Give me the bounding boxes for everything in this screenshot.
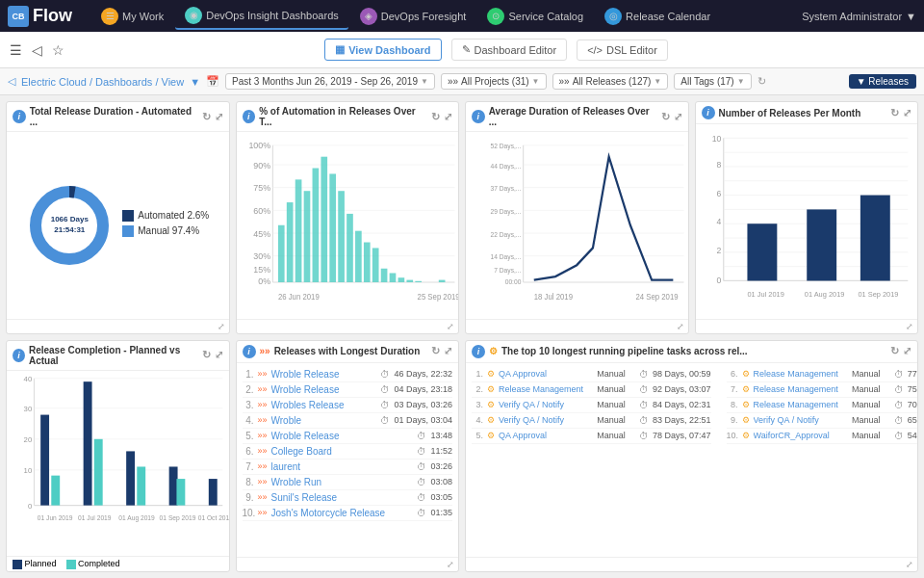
svg-rect-25: [321, 157, 327, 282]
svg-text:15%: 15%: [253, 265, 270, 275]
dashboard-view-icon: ▦: [335, 43, 345, 56]
list-item: 9. »» Sunil's Release ⏱ 03:05: [243, 490, 453, 506]
widget-7-expand[interactable]: ⤢: [903, 345, 911, 357]
widget-1-title: Total Release Duration - Automated ...: [30, 106, 198, 127]
releases-filter[interactable]: »» All Releases (127) ▼: [552, 73, 669, 90]
widget-3-refresh[interactable]: ↻: [661, 111, 670, 123]
svg-rect-36: [415, 281, 422, 282]
svg-text:7 Days,...: 7 Days,...: [494, 267, 521, 275]
widget-release-completion: i Release Completion - Planned vs Actual…: [6, 340, 230, 573]
widget-5-title: Release Completion - Planned vs Actual: [29, 345, 198, 366]
info-icon-w3: i: [472, 110, 485, 123]
nav-back-arrow[interactable]: ◁: [8, 75, 15, 88]
info-icon-w4: i: [702, 106, 715, 119]
filter-bar: ◁ Electric Cloud / Dashboards / View ▼ 📅…: [0, 68, 924, 95]
svg-text:01 Jul 2019: 01 Jul 2019: [747, 290, 783, 299]
hamburger-icon[interactable]: ☰: [8, 40, 24, 60]
releases-per-month-chart: 10 8 6 4 2 0 01 Jul 2019 01 Aug 2019 01 …: [700, 126, 914, 317]
svg-rect-29: [355, 231, 362, 282]
widget-6-refresh[interactable]: ↻: [431, 345, 440, 357]
svg-text:18 Jul 2019: 18 Jul 2019: [534, 293, 574, 302]
svg-text:14 Days,...: 14 Days,...: [491, 253, 522, 261]
pipeline-list-right: 6. ⚙ Release Management Manual ⏱ 77 Days…: [727, 367, 917, 444]
nav-logo[interactable]: CB Flow: [8, 6, 72, 27]
widget-automation-pct: i % of Automation in Releases Over T... …: [236, 101, 460, 334]
list-item: 8. »» Wroble Run ⏱ 03:08: [243, 475, 453, 490]
list-item: 1. ⚙ QA Approval Manual ⏱ 98 Days, 00:59: [472, 367, 711, 382]
svg-text:00:00: 00:00: [505, 278, 522, 285]
svg-text:4: 4: [716, 217, 721, 226]
nav-my-work[interactable]: ☰ My Work: [91, 4, 173, 29]
widget-3-body: 52 Days,... 44 Days,... 37 Days,... 29 D…: [466, 132, 688, 319]
nav-service-catalog[interactable]: ⊙ Service Catalog: [477, 4, 593, 29]
svg-rect-101: [176, 479, 185, 506]
user-dropdown-icon: ▼: [906, 11, 916, 22]
list-item: 2. ⚙ Release Management Manual ⏱ 92 Days…: [472, 382, 711, 398]
widget-7-refresh[interactable]: ↻: [890, 345, 899, 357]
widget-6-footer-icon: ⤢: [447, 560, 454, 569]
svg-text:100%: 100%: [248, 141, 270, 150]
widget-3-expand[interactable]: ⤢: [674, 111, 682, 123]
svg-text:01 Jul 2019: 01 Jul 2019: [78, 513, 112, 520]
svg-rect-77: [807, 209, 836, 280]
widget-5-expand[interactable]: ⤢: [215, 349, 223, 361]
svg-rect-3: [122, 225, 134, 237]
completed-legend: Completed: [66, 559, 120, 569]
widget-1-refresh[interactable]: ↻: [202, 111, 211, 123]
widget-1-expand[interactable]: ⤢: [215, 111, 223, 123]
list-item: 5. ⚙ QA Approval Manual ⏱ 78 Days, 07:47: [472, 429, 711, 444]
svg-rect-97: [209, 479, 218, 506]
service-catalog-icon: ⊙: [487, 8, 504, 25]
gear-icon: ⚙: [487, 415, 495, 425]
star-icon[interactable]: ☆: [50, 40, 66, 60]
widget-4-refresh[interactable]: ↻: [890, 107, 899, 119]
devops-foresight-icon: ◈: [360, 8, 377, 25]
breadcrumb[interactable]: Electric Cloud / Dashboards / View: [21, 76, 184, 88]
svg-rect-37: [438, 280, 445, 282]
widget-2-header: i % of Automation in Releases Over T... …: [237, 102, 459, 132]
dashboard-editor-button[interactable]: ✎ Dashboard Editor: [451, 39, 568, 61]
nav-devops-insight[interactable]: ◉ DevOps Insight Dashboards: [175, 3, 348, 30]
user-menu[interactable]: System Administrator ▼: [802, 11, 916, 22]
back-icon[interactable]: ◁: [30, 40, 44, 60]
donut-center-label: 1066 Days 21:54:31: [51, 214, 89, 236]
tags-filter[interactable]: All Tags (17) ▼: [674, 73, 751, 90]
svg-rect-26: [329, 173, 336, 282]
gear-icon: ⚙: [487, 384, 495, 394]
list-item: 10. »» Josh's Motorcycle Release ⏱ 01:35: [243, 506, 453, 521]
widget-5-refresh[interactable]: ↻: [202, 349, 211, 361]
svg-text:30%: 30%: [253, 251, 270, 261]
pipeline-grid: 1. ⚙ QA Approval Manual ⏱ 98 Days, 00:59…: [472, 367, 911, 444]
refresh-icon[interactable]: ↻: [757, 75, 766, 88]
svg-rect-30: [363, 243, 370, 282]
nav-devops-foresight[interactable]: ◈ DevOps Foresight: [350, 4, 476, 29]
list-item: 1. »» Wroble Release ⏱ 46 Days, 22:32: [243, 367, 453, 382]
widget-3-title: Average Duration of Releases Over ...: [489, 106, 657, 127]
widget-4-footer-icon: ⤢: [906, 322, 913, 331]
releases-tag[interactable]: ▼ Releases: [849, 74, 916, 89]
gear-icon: ⚙: [487, 431, 495, 440]
widget-2-refresh[interactable]: ↻: [431, 111, 440, 123]
date-range-filter[interactable]: Past 3 Months Jun 26, 2019 - Sep 26, 201…: [225, 73, 435, 90]
svg-rect-98: [51, 475, 60, 505]
breadcrumb-expand-arrow[interactable]: ▼: [190, 76, 200, 88]
svg-text:01 Oct 2019: 01 Oct 2019: [198, 513, 229, 520]
svg-rect-107: [13, 560, 22, 569]
date-filter-arrow: ▼: [421, 77, 428, 86]
svg-rect-35: [406, 280, 413, 282]
dsl-editor-button[interactable]: </> DSL Editor: [577, 39, 668, 61]
release-completion-chart: 40 30 20 10 0 01 Jun 2019 01 Jul 2019: [11, 373, 225, 528]
widget-2-expand[interactable]: ⤢: [444, 111, 452, 123]
widget-6-expand[interactable]: ⤢: [444, 345, 452, 357]
dsl-editor-icon: </>: [587, 44, 603, 56]
widget-4-expand[interactable]: ⤢: [903, 107, 911, 119]
nav-release-calendar[interactable]: ◎ Release Calendar: [595, 4, 720, 29]
svg-text:25 Sep 2019: 25 Sep 2019: [417, 293, 458, 302]
view-dashboard-button[interactable]: ▦ View Dashboard: [324, 39, 441, 61]
widget-7-title: The top 10 longest running pipeline task…: [501, 346, 748, 356]
projects-filter[interactable]: »» All Projects (31) ▼: [441, 73, 547, 90]
svg-rect-20: [277, 225, 284, 282]
gear-icon: ⚙: [742, 384, 750, 394]
svg-text:24 Sep 2019: 24 Sep 2019: [635, 293, 679, 302]
app-title: Flow: [33, 6, 72, 26]
